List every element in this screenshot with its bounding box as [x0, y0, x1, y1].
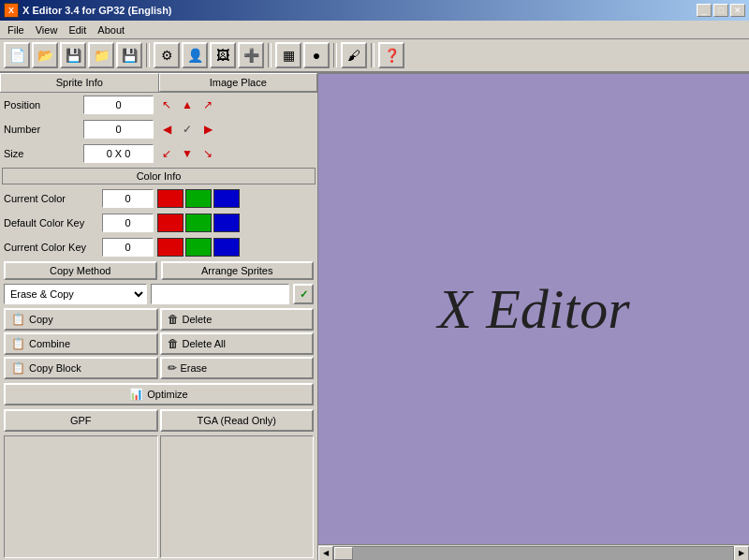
combine-label: Combine [29, 338, 70, 349]
delete-label: Delete [183, 314, 213, 325]
current-color-swatch-green[interactable] [185, 189, 212, 208]
size-down-arrow[interactable]: ▼ [178, 144, 197, 163]
menu-about[interactable]: About [92, 22, 130, 37]
size-down-right-arrow[interactable]: ↘ [198, 144, 217, 163]
tab-image-place[interactable]: Image Place [159, 73, 318, 92]
tabs-row: Sprite Info Image Place [0, 73, 317, 93]
tab-sprite-info[interactable]: Sprite Info [0, 73, 159, 92]
copy-block-button[interactable]: 📋 Copy Block [4, 357, 158, 379]
current-color-key-row: Current Color Key [0, 235, 317, 259]
position-row: Position ↖ ▲ ↗ [0, 93, 317, 117]
current-color-key-swatch-red[interactable] [157, 238, 184, 257]
toolbar-new[interactable]: 📄 [4, 42, 30, 68]
current-color-swatch-red[interactable] [157, 189, 184, 208]
number-row: Number ◀ ✓ ▶ [0, 117, 317, 141]
copy-icon: 📋 [11, 313, 25, 326]
pos-up-right-arrow[interactable]: ↗ [198, 96, 217, 114]
delete-all-icon: 🗑 [168, 337, 179, 350]
num-check[interactable]: ✓ [178, 120, 197, 139]
toolbar-open[interactable]: 📂 [32, 42, 58, 68]
toolbar: 📄 📂 💾 📁 💾 ⚙ 👤 🖼 ➕ ▦ ● 🖌 ❓ [0, 39, 749, 73]
title-bar-buttons: _ □ ✕ [697, 4, 745, 17]
dropdown-row: Erase & Copy ✓ [0, 282, 317, 306]
delete-all-label: Delete All [183, 338, 226, 349]
current-color-swatch-blue[interactable] [213, 189, 240, 208]
current-color-key-swatch-green[interactable] [185, 238, 212, 257]
toolbar-settings[interactable]: ⚙ [154, 42, 180, 68]
toolbar-add[interactable]: ➕ [238, 42, 264, 68]
position-input[interactable] [83, 96, 154, 114]
num-right-arrow[interactable]: ▶ [198, 120, 217, 139]
toolbar-save2[interactable]: 💾 [116, 42, 142, 68]
optimize-button[interactable]: 📊 Optimize [4, 383, 314, 405]
maximize-button[interactable]: □ [713, 4, 728, 17]
arrange-sprites-button[interactable]: Arrange Sprites [161, 261, 315, 280]
toolbar-sep3 [333, 43, 337, 67]
menu-view[interactable]: View [30, 22, 64, 37]
erase-label: Erase [181, 362, 208, 374]
check-button[interactable]: ✓ [293, 284, 314, 304]
toolbar-image[interactable]: 🖼 [210, 42, 236, 68]
size-arrows: ↙ ▼ ↘ [157, 144, 217, 163]
toolbar-dot[interactable]: ● [303, 42, 330, 68]
optimize-icon: 📊 [129, 388, 143, 401]
delete-button[interactable]: 🗑 Delete [160, 308, 315, 331]
menu-file[interactable]: File [2, 22, 30, 37]
gpf-button[interactable]: GPF [4, 409, 158, 432]
delete-all-button[interactable]: 🗑 Delete All [160, 332, 315, 355]
current-color-input[interactable] [102, 189, 154, 208]
window-title: X Editor 3.4 for GP32 (English) [22, 5, 172, 16]
horizontal-scrollbar: ◀ ▶ [318, 544, 749, 560]
combine-button[interactable]: 📋 Combine [4, 332, 158, 355]
copy-method-button[interactable]: Copy Method [4, 261, 157, 280]
minimize-button[interactable]: _ [697, 4, 712, 17]
pos-up-arrow[interactable]: ▲ [178, 96, 197, 114]
toolbar-tool[interactable]: 👤 [182, 42, 208, 68]
copy-block-label: Copy Block [29, 362, 81, 374]
menu-bar: File View Edit About [0, 21, 749, 39]
optimize-label: Optimize [147, 389, 187, 400]
size-label: Size [4, 148, 83, 159]
copy-button[interactable]: 📋 Copy [4, 308, 158, 331]
toolbar-save[interactable]: 💾 [60, 42, 86, 68]
toolbar-sep1 [146, 43, 150, 67]
pos-up-left-arrow[interactable]: ↖ [157, 96, 176, 114]
number-input[interactable] [83, 120, 154, 139]
default-color-key-swatch-red[interactable] [157, 214, 184, 232]
scroll-left-button[interactable]: ◀ [318, 546, 333, 561]
size-input[interactable] [83, 144, 154, 163]
scroll-right-button[interactable]: ▶ [734, 546, 749, 561]
toolbar-brush[interactable]: 🖌 [341, 42, 367, 68]
num-left-arrow[interactable]: ◀ [157, 120, 176, 139]
size-row: Size ↙ ▼ ↘ [0, 141, 317, 166]
copy-block-icon: 📋 [11, 361, 25, 375]
copy-method-row: Copy Method Arrange Sprites [0, 259, 317, 282]
toolbar-grid[interactable]: ▦ [275, 42, 301, 68]
delete-icon: 🗑 [168, 313, 179, 326]
default-color-key-swatch-blue[interactable] [213, 214, 240, 232]
size-down-left-arrow[interactable]: ↙ [157, 144, 176, 163]
toolbar-help[interactable]: ❓ [378, 42, 404, 68]
menu-edit[interactable]: Edit [63, 22, 92, 37]
toolbar-sep2 [268, 43, 272, 67]
optimize-row: 📊 Optimize [0, 381, 317, 407]
number-label: Number [4, 124, 83, 135]
close-button[interactable]: ✕ [730, 4, 745, 17]
preview-row [0, 434, 317, 560]
copy-method-dropdown[interactable]: Erase & Copy [4, 284, 147, 304]
canvas-text: X Editor [438, 277, 630, 342]
default-color-key-swatch-green[interactable] [185, 214, 212, 232]
scroll-thumb[interactable] [334, 547, 353, 560]
scroll-track[interactable] [333, 546, 734, 561]
right-panel[interactable]: X Editor ◀ ▶ [318, 73, 749, 560]
canvas-area[interactable]: X Editor [318, 74, 749, 544]
current-color-key-input[interactable] [102, 238, 154, 257]
arrange-text-field[interactable] [151, 284, 290, 304]
default-color-key-input[interactable] [102, 214, 154, 232]
erase-button[interactable]: ✏ Erase [160, 357, 315, 379]
current-color-key-swatch-blue[interactable] [213, 238, 240, 257]
default-color-key-label: Default Color Key [4, 217, 102, 228]
tga-button[interactable]: TGA (Read Only) [160, 409, 315, 432]
toolbar-open2[interactable]: 📁 [88, 42, 114, 68]
current-color-row: Current Color [0, 186, 317, 211]
